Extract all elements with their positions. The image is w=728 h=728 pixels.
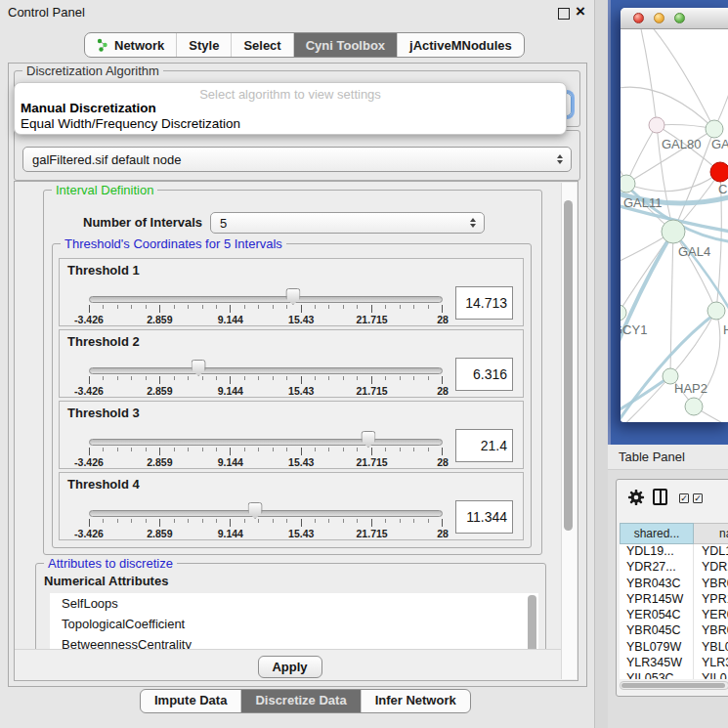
column-header-name[interactable]: na	[694, 523, 728, 544]
float-window-icon[interactable]	[558, 8, 570, 20]
tab-network[interactable]: Network	[85, 33, 176, 57]
slider-tick	[202, 376, 203, 380]
cell-name[interactable]: YBL0	[694, 640, 728, 656]
network-graph-canvas[interactable]: GAL80GACGAL11GAL4GCY1HHAP2	[621, 29, 728, 422]
cell-shared-name[interactable]: YDL19...	[620, 544, 694, 560]
close-icon[interactable]: ×	[576, 2, 585, 21]
threshold-slider[interactable]: -3.4262.8599.14415.4321.71528	[89, 500, 443, 539]
slider-track[interactable]	[89, 367, 443, 374]
network-node-gcy1[interactable]	[621, 305, 626, 321]
network-edge[interactable]	[670, 311, 716, 376]
tick-label: -3.426	[74, 528, 104, 539]
attributes-scrollbar[interactable]	[528, 595, 536, 656]
table-row[interactable]: YLR345WYLR3	[620, 656, 728, 671]
cell-name[interactable]: YPR1	[694, 592, 728, 608]
cell-name[interactable]: YBR0	[694, 577, 728, 592]
window-close-icon[interactable]	[633, 13, 644, 23]
slider-tick	[244, 448, 245, 451]
tab-select[interactable]: Select	[231, 33, 292, 57]
threshold-slider[interactable]: -3.4262.8599.14415.4321.71528	[89, 286, 443, 325]
group-label: Interval Definition	[52, 183, 157, 197]
table-row[interactable]: YBR045CYBR0	[620, 623, 728, 639]
network-node-c[interactable]	[710, 162, 728, 182]
table-row[interactable]: YER054CYER0	[620, 608, 728, 623]
cell-shared-name[interactable]: YBR043C	[620, 577, 694, 592]
table-horizontal-scrollbar[interactable]	[620, 681, 728, 690]
network-edge[interactable]	[650, 29, 714, 129]
cell-name[interactable]: YLR3	[694, 656, 728, 671]
tab-style[interactable]: Style	[176, 33, 231, 57]
network-edge[interactable]	[621, 87, 714, 129]
threshold-value-field[interactable]: 11.344	[455, 500, 513, 534]
cell-name[interactable]: YDL1	[694, 544, 728, 560]
cell-shared-name[interactable]: YPR145W	[620, 592, 694, 608]
network-node-gal4[interactable]	[662, 220, 685, 243]
network-node-gal80[interactable]	[649, 117, 664, 133]
num-intervals-combobox[interactable]: 5	[210, 212, 485, 234]
threshold-slider[interactable]: -3.4262.8599.14415.4321.71528	[89, 429, 443, 468]
cell-name[interactable]: YBR0	[694, 623, 728, 639]
columns-icon[interactable]	[653, 489, 667, 505]
tick-label: 28	[437, 456, 449, 468]
gear-icon[interactable]	[627, 489, 645, 509]
network-window-titlebar[interactable]	[621, 8, 728, 29]
apply-button[interactable]: Apply	[258, 656, 322, 678]
cell-shared-name[interactable]: YIL053C	[620, 671, 694, 679]
threshold-slider[interactable]: -3.4262.8599.14415.4321.71528	[89, 358, 443, 397]
threshold-value-field[interactable]: 6.316	[455, 358, 513, 391]
tab-cyni-toolbox[interactable]: Cyni Toolbox	[293, 33, 397, 57]
settings-scrollbar[interactable]	[561, 183, 577, 679]
slider-track[interactable]	[89, 510, 443, 517]
checkbox-icon[interactable]: ✓	[679, 493, 689, 503]
slider-tick	[258, 448, 259, 451]
cell-shared-name[interactable]: YBL079W	[620, 640, 694, 656]
table-row[interactable]: YIL053CYIL0	[620, 671, 728, 679]
cell-shared-name[interactable]: YBR045C	[620, 623, 694, 639]
network-node-h[interactable]	[707, 302, 725, 320]
network-node-gal11[interactable]	[621, 175, 635, 193]
threshold-panel-1: Threshold 1-3.4262.8599.14415.4321.71528…	[59, 258, 524, 326]
threshold-value-field[interactable]: 21.4	[455, 429, 513, 462]
cell-shared-name[interactable]: YDR27...	[620, 560, 694, 576]
slider-tick	[371, 376, 372, 384]
table-row[interactable]: YBR043CYBR0	[620, 577, 728, 592]
cell-name[interactable]: YDR2	[694, 560, 728, 576]
dropdown-option-equal-width-frequency[interactable]: Equal Width/Frequency Discretization	[15, 116, 566, 132]
column-header-shared-name[interactable]: shared...	[620, 523, 694, 544]
table-row[interactable]: YPR145WYPR1	[620, 592, 728, 608]
cell-shared-name[interactable]: YER054C	[620, 608, 694, 623]
cell-name[interactable]: YIL0	[694, 671, 727, 679]
cell-name[interactable]: YER0	[694, 608, 728, 623]
network-edge-highlighted[interactable]	[621, 232, 673, 366]
tab-impute-data[interactable]: Impute Data	[141, 690, 240, 712]
tab-discretize-data[interactable]: Discretize Data	[240, 690, 360, 712]
network-node-ga[interactable]	[706, 120, 723, 138]
list-item[interactable]: TopologicalCoefficient	[50, 614, 538, 634]
tab-jactivemnodules[interactable]: jActiveMNodules	[397, 33, 524, 57]
threshold-value-field[interactable]: 14.713	[455, 286, 513, 320]
window-minimize-icon[interactable]	[654, 13, 664, 23]
slider-track[interactable]	[89, 296, 443, 303]
table-data-combobox[interactable]: galFiltered.sif default node	[22, 147, 572, 172]
cell-shared-name[interactable]: YLR345W	[620, 656, 694, 671]
slider-tick	[159, 519, 160, 527]
tab-infer-network[interactable]: Infer Network	[361, 690, 470, 712]
window-zoom-icon[interactable]	[674, 13, 685, 23]
list-item[interactable]: SelfLoops	[50, 593, 538, 614]
table-row[interactable]: YDR27...YDR2	[620, 560, 728, 576]
dropdown-option-manual-discretization[interactable]: Manual Discretization	[15, 101, 566, 116]
network-edge[interactable]	[640, 29, 657, 125]
table-panel-title: Table Panel	[608, 445, 685, 469]
table-row[interactable]: YDL19...YDL1	[620, 544, 728, 560]
table-row[interactable]: YBL079WYBL0	[620, 640, 728, 656]
threshold-label: Threshold 4	[67, 477, 140, 492]
network-node[interactable]	[685, 398, 703, 415]
tab-label: Cyni Toolbox	[306, 38, 385, 53]
scrollbar-thumb[interactable]	[621, 683, 725, 688]
tick-label: 15.43	[288, 456, 314, 468]
slider-track[interactable]	[89, 439, 443, 446]
slider-tick	[188, 448, 189, 451]
checkbox-icon[interactable]: ✓	[693, 493, 703, 503]
table-data-group: Table Data galFiltered.sif default node	[14, 130, 580, 181]
scrollbar-thumb[interactable]	[564, 200, 573, 531]
